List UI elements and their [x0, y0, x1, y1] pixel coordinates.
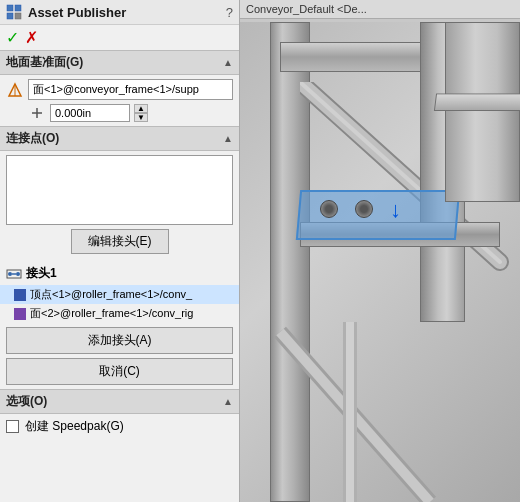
asset-publisher-icon [6, 4, 22, 20]
confirm-button[interactable]: ✓ [6, 28, 19, 47]
ground-section-title: 地面基准面(G) [6, 54, 83, 71]
joint-text-1: 顶点<1>@roller_frame<1>/conv_ [30, 287, 220, 302]
hole-1 [320, 200, 338, 218]
spin-down[interactable]: ▼ [134, 113, 148, 122]
joint-header: 接头1 [0, 262, 239, 285]
joint-text-2: 面<2>@roller_frame<1>/conv_rig [30, 306, 220, 321]
cancel-action-button[interactable]: 取消(C) [6, 358, 233, 385]
svg-rect-0 [7, 5, 13, 11]
joint-item[interactable]: 顶点<1>@roller_frame<1>/conv_ [0, 285, 239, 304]
connection-section-chevron: ▲ [223, 133, 233, 144]
svg-point-10 [16, 272, 20, 276]
connection-box [6, 155, 233, 225]
spin-up[interactable]: ▲ [134, 104, 148, 113]
speedpak-label: 创建 Speedpak(G) [25, 418, 124, 435]
add-joint-button[interactable]: 添加接头(A) [6, 327, 233, 354]
viewport-3d: ↓ [240, 22, 520, 502]
action-buttons: 添加接头(A) 取消(C) [0, 323, 239, 389]
viewport: Conveyor_Default <De... ↓ [240, 0, 520, 502]
joint-color-2 [14, 308, 26, 320]
offset-icon [28, 104, 46, 122]
joint-icon [6, 266, 22, 282]
joint-label: 接头1 [26, 265, 57, 282]
svg-rect-2 [7, 13, 13, 19]
frame-top-right [445, 22, 520, 202]
options-section-chevron: ▲ [223, 396, 233, 407]
speedpak-row: 创建 Speedpak(G) [6, 418, 233, 435]
help-icon[interactable]: ? [226, 5, 233, 20]
frame-bottom-cross [270, 322, 470, 502]
ground-section-chevron: ▲ [223, 57, 233, 68]
viewport-label: Conveyor_Default <De... [240, 0, 520, 19]
frame-shelf [434, 94, 520, 111]
svg-rect-1 [15, 5, 21, 11]
toolbar: ✓ ✗ [0, 25, 239, 50]
direction-arrow: ↓ [390, 197, 401, 223]
ground-face-row: 面<1>@conveyor_frame<1>/supp [6, 79, 233, 100]
edit-joint-button[interactable]: 编辑接头(E) [71, 229, 169, 254]
face-select-icon[interactable] [6, 81, 24, 99]
offset-row: ▲ ▼ [28, 104, 233, 122]
ground-section-content: 面<1>@conveyor_frame<1>/supp ▲ ▼ [0, 75, 239, 126]
cancel-button[interactable]: ✗ [25, 28, 38, 47]
panel-title: Asset Publisher [28, 5, 220, 20]
connection-section-title: 连接点(O) [6, 130, 59, 147]
spin-buttons: ▲ ▼ [134, 104, 148, 122]
left-panel: Asset Publisher ? ✓ ✗ 地面基准面(G) ▲ 面<1>@co… [0, 0, 240, 502]
face-input[interactable]: 面<1>@conveyor_frame<1>/supp [28, 79, 233, 100]
joint-item-2[interactable]: 面<2>@roller_frame<1>/conv_rig [0, 304, 239, 323]
speedpak-checkbox[interactable] [6, 420, 19, 433]
panel-header: Asset Publisher ? [0, 0, 239, 25]
ground-section-header[interactable]: 地面基准面(G) ▲ [0, 50, 239, 75]
connection-section-content: 编辑接头(E) [0, 151, 239, 262]
options-section-header[interactable]: 选项(O) ▲ [0, 389, 239, 414]
selected-plate [296, 190, 460, 240]
offset-input[interactable] [50, 104, 130, 122]
connection-section-header[interactable]: 连接点(O) ▲ [0, 126, 239, 151]
hole-2 [355, 200, 373, 218]
options-section-title: 选项(O) [6, 393, 47, 410]
svg-rect-3 [15, 13, 21, 19]
options-section-content: 创建 Speedpak(G) [0, 414, 239, 439]
svg-point-9 [8, 272, 12, 276]
joint-color-1 [14, 289, 26, 301]
